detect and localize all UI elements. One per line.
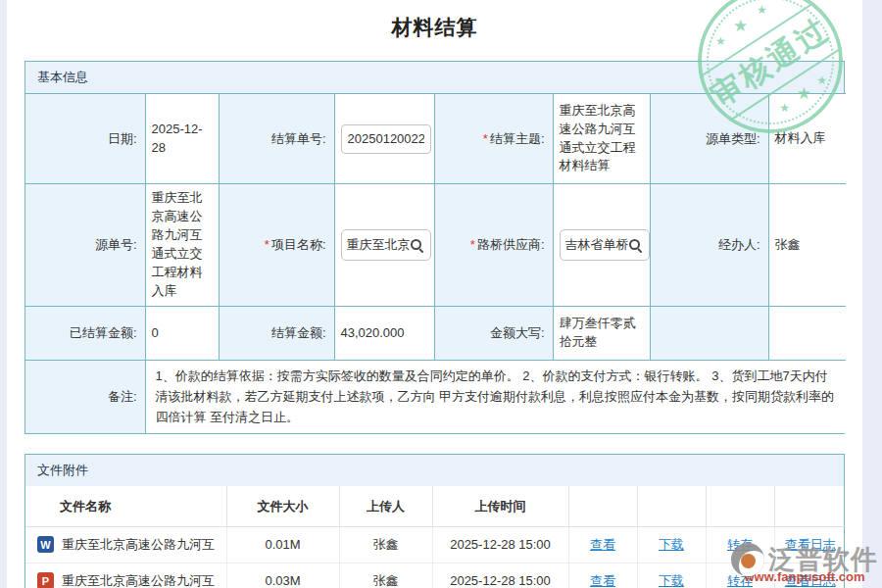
col-upload-time: 上传时间 xyxy=(432,486,568,526)
settlement-no-cell xyxy=(334,94,434,184)
amount-words-label: 金额大写: xyxy=(434,307,553,361)
table-row: 源单号: 重庆至北京高速公路九河互通式立交工程材料入库 *项目名称: *路桥供应… xyxy=(25,184,846,307)
file-name-cell: W 重庆至北京高速公路九河互 xyxy=(25,526,226,563)
subject-value: 重庆至北京高速公路九河互通式立交工程材料结算 xyxy=(553,94,650,184)
table-row: 已结算金额: 0 结算金额: 43,020.000 金额大写: 肆万叁仟零贰拾元… xyxy=(25,307,846,361)
search-icon[interactable] xyxy=(410,238,424,253)
empty-label-cell xyxy=(650,307,768,361)
source-type-value: 材料入库 xyxy=(768,94,846,184)
basic-info-table: 日期: 2025-12-28 结算单号: *结算主题: 重庆至北京高速公路九河互… xyxy=(25,93,846,433)
col-file-name: 文件名称 xyxy=(25,486,226,526)
file-uploader: 张鑫 xyxy=(339,526,432,563)
settled-amount-label: 已结算金额: xyxy=(25,307,145,361)
project-name-picker[interactable] xyxy=(341,229,431,261)
file-name: 重庆至北京高速公路九河互 xyxy=(62,572,215,588)
project-name-label: *项目名称: xyxy=(219,184,334,307)
attachments-header-row: 文件名称 文件大小 上传人 上传时间 xyxy=(25,486,846,526)
col-action xyxy=(706,486,774,526)
remark-value: 1、价款的结算依据：按需方实际签收的数量及合同约定的单价。 2、价款的支付方式：… xyxy=(145,361,846,434)
source-no-value: 重庆至北京高速公路九河互通式立交工程材料入库 xyxy=(145,184,219,307)
project-name-cell xyxy=(334,184,434,307)
col-action xyxy=(568,486,637,526)
view-link[interactable]: 查看 xyxy=(590,573,615,588)
supplier-label: *路桥供应商: xyxy=(434,184,553,307)
remark-label: 备注: xyxy=(25,361,145,434)
attachment-row: W 重庆至北京高速公路九河互 0.01M 张鑫 2025-12-28 15:00… xyxy=(25,526,846,563)
table-row: 备注: 1、价款的结算依据：按需方实际签收的数量及合同约定的单价。 2、价款的支… xyxy=(25,361,846,434)
basic-info-section: 基本信息 日期: 2025-12-28 结算单号: *结算主题: 重庆至北京高速… xyxy=(24,61,845,434)
supplier-input[interactable] xyxy=(565,238,628,253)
col-file-size: 文件大小 xyxy=(226,486,339,526)
col-uploader: 上传人 xyxy=(339,486,432,526)
settle-amount-label: 结算金额: xyxy=(219,307,334,361)
handler-value: 张鑫 xyxy=(768,184,846,307)
file-size: 0.01M xyxy=(226,526,339,563)
view-log-link[interactable]: 查看日志 xyxy=(785,537,836,552)
transfer-link[interactable]: 转存 xyxy=(727,573,753,588)
supplier-cell xyxy=(553,184,650,307)
view-link[interactable]: 查看 xyxy=(590,537,615,552)
attachments-section: 文件附件 文件名称 文件大小 上传人 上传时间 xyxy=(24,454,845,588)
settlement-no-input[interactable] xyxy=(341,124,431,154)
col-action xyxy=(637,486,706,526)
required-mark: * xyxy=(265,237,270,252)
file-name: 重庆至北京高速公路九河互 xyxy=(62,536,215,554)
empty-value-cell xyxy=(768,307,846,361)
view-log-link[interactable]: 查看日志 xyxy=(785,573,836,588)
content-area: 材料结算 基本信息 日期: 2025-12-28 结算单号: *结算主题: 重庆… xyxy=(7,0,862,588)
search-icon[interactable] xyxy=(628,238,643,253)
date-label: 日期: xyxy=(25,94,145,184)
subject-label: *结算主题: xyxy=(434,94,553,184)
project-name-input[interactable] xyxy=(347,238,410,253)
file-name-cell: P 重庆至北京高速公路九河互 xyxy=(25,563,226,588)
col-action xyxy=(774,486,846,526)
transfer-link[interactable]: 转存 xyxy=(727,537,753,552)
settle-amount-value: 43,020.000 xyxy=(334,307,434,361)
source-type-label: 源单类型: xyxy=(650,94,768,184)
page: 材料结算 基本信息 日期: 2025-12-28 结算单号: *结算主题: 重庆… xyxy=(0,0,882,588)
download-link[interactable]: 下载 xyxy=(659,573,684,588)
required-mark: * xyxy=(470,237,475,252)
handler-label: 经办人: xyxy=(650,184,768,307)
attachment-row: P 重庆至北京高速公路九河互 0.03M 张鑫 2025-12-28 15:00… xyxy=(25,563,846,588)
source-no-label: 源单号: xyxy=(25,184,145,307)
download-link[interactable]: 下载 xyxy=(659,537,684,552)
basic-info-header: 基本信息 xyxy=(25,62,844,93)
required-mark: * xyxy=(483,131,488,146)
amount-words-value: 肆万叁仟零贰拾元整 xyxy=(553,307,650,361)
settled-amount-value: 0 xyxy=(145,307,219,361)
file-size: 0.03M xyxy=(226,563,339,588)
date-value: 2025-12-28 xyxy=(145,94,219,184)
word-file-icon: W xyxy=(37,536,54,553)
ppt-file-icon: P xyxy=(37,572,54,588)
supplier-picker[interactable] xyxy=(560,229,650,261)
settlement-no-label: 结算单号: xyxy=(219,94,334,184)
attachments-header: 文件附件 xyxy=(25,455,844,486)
file-upload-time: 2025-12-28 15:00 xyxy=(432,526,568,563)
attachments-table: 文件名称 文件大小 上传人 上传时间 W xyxy=(25,486,846,588)
file-upload-time: 2025-12-28 15:00 xyxy=(432,563,568,588)
file-uploader: 张鑫 xyxy=(339,563,432,588)
page-title: 材料结算 xyxy=(7,14,862,41)
table-row: 日期: 2025-12-28 结算单号: *结算主题: 重庆至北京高速公路九河互… xyxy=(25,94,846,184)
